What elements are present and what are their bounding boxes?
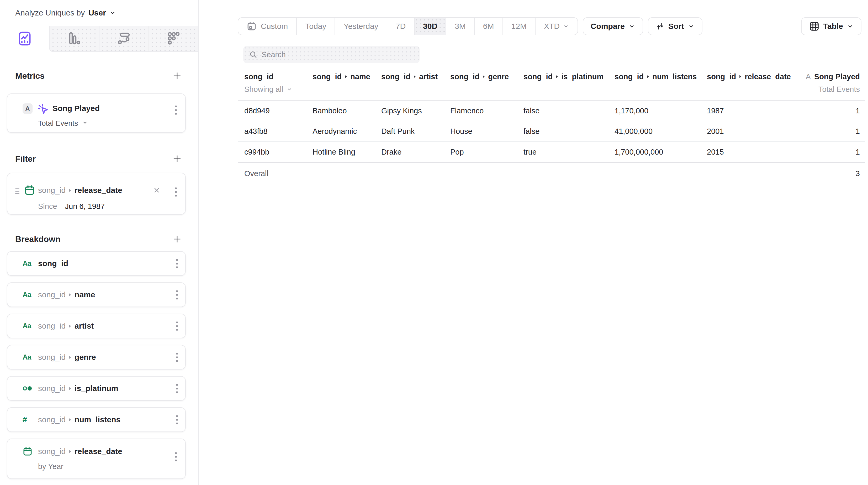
breakdown-kebab-menu[interactable] (175, 320, 180, 332)
date-range-3m[interactable]: 3M (446, 18, 474, 35)
breakdown-kebab-menu[interactable] (175, 383, 180, 395)
metric-column-header[interactable]: A Song Played (800, 72, 865, 81)
chevron-down-icon (628, 23, 635, 30)
search-box[interactable] (243, 46, 420, 63)
column-header[interactable]: song_id release_date (707, 72, 800, 81)
property-prefix: song_id (38, 322, 66, 330)
date-range-12m[interactable]: 12M (502, 18, 535, 35)
date-range-30d[interactable]: 30D (414, 18, 446, 35)
cell-is-platinum: true (524, 148, 615, 156)
breakdown-kebab-menu[interactable] (175, 257, 180, 270)
breakdown-card[interactable]: song_id release_date by Year (7, 438, 186, 479)
add-metric-button[interactable] (172, 70, 183, 82)
filter-property-path[interactable]: song_id release_date (38, 186, 122, 195)
column-prefix: song_id (450, 72, 479, 81)
column-leaf: num_listens (652, 72, 696, 81)
calendar-icon (23, 447, 34, 456)
table-row[interactable]: a43fb8 Aerodynamic Daft Punk House false… (238, 121, 865, 142)
property-leaf: song_id (38, 259, 68, 268)
breakdown-kebab-menu[interactable] (175, 289, 180, 301)
column-header[interactable]: song_id (238, 72, 312, 81)
breakdown-card[interactable]: # song_id num_listens (7, 407, 186, 432)
tab-line-chart[interactable] (0, 26, 49, 52)
date-range-label: Yesterday (343, 22, 378, 31)
caret-right-icon (68, 355, 72, 359)
filter-card[interactable]: song_id release_date Since Jun 6, 1987 (7, 173, 186, 215)
metric-kebab-menu[interactable] (174, 104, 179, 116)
tab-flow[interactable] (99, 26, 149, 52)
drag-handle-icon[interactable] (15, 188, 20, 194)
cell-num-listens: 1,700,000,000 (615, 148, 707, 156)
add-breakdown-button[interactable] (172, 233, 183, 245)
column-header[interactable]: song_id num_listens (615, 72, 707, 81)
date-range-label: 3M (455, 22, 466, 31)
date-range-label: 7D (396, 22, 406, 31)
chevron-down-icon (286, 86, 292, 92)
breakdown-kebab-menu[interactable] (174, 451, 179, 463)
table-row[interactable]: d8d949 Bamboleo Gipsy Kings Flamenco fal… (238, 101, 865, 121)
chevron-down-icon (563, 23, 569, 29)
cell-song-id: d8d949 (238, 107, 312, 115)
sort-label: Sort (668, 22, 684, 31)
showing-all-dropdown[interactable]: Showing all (244, 85, 292, 94)
line-chart-icon (19, 31, 31, 47)
tab-funnel[interactable] (149, 26, 198, 52)
property-leaf: genre (74, 353, 96, 362)
column-header[interactable]: song_id artist (381, 72, 450, 81)
date-range-label: 12M (512, 22, 527, 31)
date-range-today[interactable]: Today (296, 18, 335, 35)
results-table: song_id song_id name song_id artist song… (238, 70, 865, 184)
breakdown-bucket-label[interactable]: by Year (38, 462, 180, 471)
date-range-label: Custom (261, 22, 288, 31)
cell-genre: Flamenco (450, 107, 524, 115)
metric-aggregation-label: Total Events (818, 85, 860, 94)
metric-aggregation[interactable]: Total Events (38, 119, 88, 127)
breakdown-card[interactable]: song_id is_platinum (7, 376, 186, 401)
property-leaf: artist (74, 322, 94, 330)
breakdown-kebab-menu[interactable] (175, 414, 180, 426)
property-leaf: release_date (74, 186, 122, 195)
view-type-button[interactable]: Table (801, 17, 862, 35)
column-header[interactable]: song_id name (312, 72, 381, 81)
caret-right-icon (68, 188, 72, 192)
entity-selector[interactable]: User (88, 8, 106, 17)
table-row[interactable]: c994bb Hotline Bling Drake Pop true 1,70… (238, 142, 865, 162)
query-sidebar: Analyze Uniques by User (0, 0, 198, 485)
metric-card[interactable]: A Song Played Total Events (7, 93, 186, 133)
breakdown-card[interactable]: Aa song_id name (7, 282, 186, 307)
date-range-yesterday[interactable]: Yesterday (335, 18, 386, 35)
property-leaf: num_listens (74, 415, 120, 424)
view-type-label: Table (823, 22, 843, 31)
boolean-type-icon (23, 385, 34, 392)
add-filter-button[interactable] (172, 153, 183, 164)
cell-name: Aerodynamic (312, 127, 381, 136)
compare-button[interactable]: Compare (583, 17, 643, 35)
breakdown-kebab-menu[interactable] (175, 351, 180, 363)
caret-right-icon (344, 75, 347, 79)
filter-condition[interactable]: Since Jun 6, 1987 (38, 202, 105, 211)
filter-kebab-menu[interactable] (174, 186, 179, 198)
analytics-app: Analyze Uniques by User (0, 0, 868, 485)
column-header[interactable]: song_id is_platinum (524, 72, 615, 81)
caret-right-icon (739, 75, 742, 79)
property-prefix: song_id (38, 447, 66, 456)
breakdown-card[interactable]: Aa song_id genre (7, 345, 186, 369)
breakdown-card[interactable]: Aa song_id (7, 251, 186, 276)
column-header[interactable]: song_id genre (450, 72, 524, 81)
toolbar: Custom Today Yesterday 7D 30D 3M 6M 12M … (238, 17, 862, 35)
date-range-custom[interactable]: Custom (238, 18, 296, 35)
column-prefix: song_id (312, 72, 342, 81)
date-range-xtd[interactable]: XTD (535, 18, 578, 35)
flow-icon (118, 32, 130, 46)
date-range-7d[interactable]: 7D (387, 18, 414, 35)
text-type-icon: Aa (23, 353, 34, 361)
search-input[interactable] (261, 51, 408, 59)
breakdown-card[interactable]: Aa song_id artist (7, 314, 186, 338)
sort-button[interactable]: Sort (648, 17, 703, 35)
bar-chart-icon (68, 32, 80, 46)
cell-genre: Pop (450, 148, 524, 156)
tab-bar-chart[interactable] (49, 26, 99, 52)
date-range-6m[interactable]: 6M (474, 18, 502, 35)
remove-filter-button[interactable] (153, 186, 161, 194)
metric-event-name[interactable]: Song Played (53, 104, 100, 113)
